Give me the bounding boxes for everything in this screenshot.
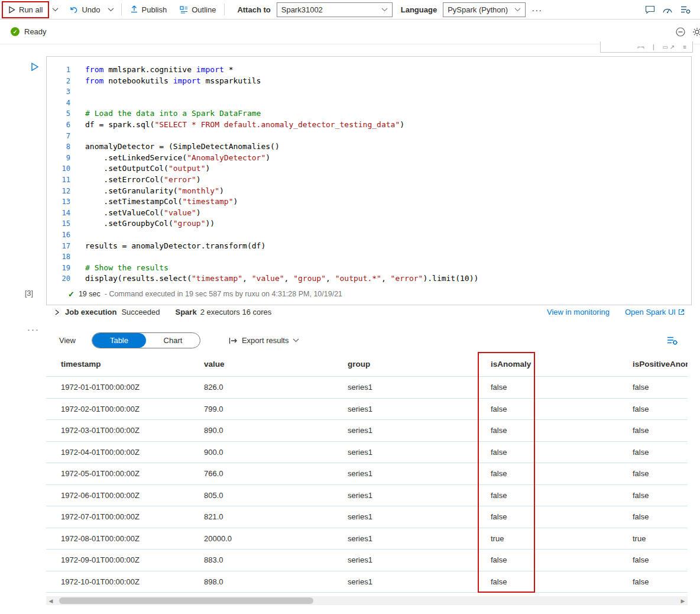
code-line: 1from mmlspark.cognitive import * <box>47 64 691 76</box>
view-in-monitoring-link[interactable]: View in monitoring <box>547 308 610 316</box>
job-links: View in monitoring Open Spark UI <box>547 308 685 316</box>
line-number: 14 <box>47 208 70 219</box>
column-header[interactable]: isAnomaly <box>478 360 535 369</box>
open-spark-ui-label: Open Spark UI <box>625 308 676 316</box>
table-cell: 826.0 <box>188 383 333 392</box>
table-cell: false <box>535 555 688 564</box>
code-text: from mmlspark.cognitive import * <box>70 64 233 76</box>
results-header-row: timestampvaluegroupisAnomalyisPositiveAn… <box>46 352 688 377</box>
settings-gear-icon[interactable] <box>689 26 700 38</box>
table-cell: true <box>535 534 688 543</box>
scrollbar-track[interactable] <box>56 596 678 605</box>
line-number: 1 <box>47 64 70 76</box>
table-cell: 821.0 <box>188 512 333 521</box>
cell-execution-status: ✓ 19 sec - Command executed in 19 sec 58… <box>47 285 691 305</box>
play-icon <box>8 6 15 14</box>
code-line: 16 <box>47 230 691 241</box>
line-number: 16 <box>47 230 70 241</box>
line-number: 13 <box>47 196 70 208</box>
table-cell: 1972-09-01T00:00:00Z <box>46 555 188 564</box>
code-text: anomalyDetector = (SimpleDetectAnomalies… <box>70 141 280 153</box>
notebook-code-cell[interactable]: 1from mmlspark.cognitive import *2from n… <box>46 56 692 305</box>
table-cell: series1 <box>333 577 478 586</box>
table-cell: false <box>535 448 688 457</box>
results-view-row: View Table Chart Export results <box>59 332 685 348</box>
column-header[interactable]: timestamp <box>46 360 188 369</box>
table-cell: series1 <box>333 405 478 413</box>
table-cell: 799.0 <box>188 405 333 413</box>
line-number: 7 <box>47 131 70 142</box>
view-toggle: Table Chart <box>92 332 200 348</box>
results-table: timestampvaluegroupisAnomalyisPositiveAn… <box>46 352 688 593</box>
collapse-output-button[interactable] <box>672 24 689 40</box>
column-header[interactable]: group <box>333 360 478 369</box>
open-spark-ui-link[interactable]: Open Spark UI <box>625 308 685 316</box>
configure-grid-button[interactable] <box>667 336 678 345</box>
toolbar-divider <box>224 4 225 15</box>
publish-label: Publish <box>142 5 167 14</box>
export-results-label: Export results <box>242 336 289 345</box>
export-results-button[interactable]: Export results <box>229 336 299 345</box>
table-cell: false <box>478 426 535 435</box>
attach-to-value: Spark31002 <box>281 5 323 14</box>
code-text: .setLinkedService("AnomalyDetector") <box>70 153 270 164</box>
line-number: 2 <box>47 76 70 87</box>
tab-table[interactable]: Table <box>92 333 146 348</box>
scrollbar-thumb[interactable] <box>59 597 313 604</box>
line-number: 6 <box>47 119 70 131</box>
comments-button[interactable] <box>641 2 659 17</box>
results-body: 1972-01-01T00:00:00Z826.0series1falsefal… <box>46 377 688 593</box>
table-cell: 1972-04-01T00:00:00Z <box>46 448 188 457</box>
run-options-chevron-down-icon[interactable] <box>49 2 61 17</box>
table-row: 1972-01-01T00:00:00Z826.0series1falsefal… <box>46 377 688 399</box>
table-cell: 1972-02-01T00:00:00Z <box>46 405 188 413</box>
scroll-left-arrow-icon[interactable]: ◀ <box>46 596 56 605</box>
tab-chart[interactable]: Chart <box>146 333 200 348</box>
execution-detail: - Command executed in 19 sec 587 ms by r… <box>105 290 342 298</box>
table-cell: series1 <box>333 383 478 392</box>
publish-button[interactable]: Publish <box>126 2 171 17</box>
table-cell: series1 <box>333 448 478 457</box>
table-cell: 1972-10-01T00:00:00Z <box>46 577 188 586</box>
outline-button[interactable]: Outline <box>176 2 220 17</box>
chevron-down-icon <box>381 8 388 12</box>
table-cell: false <box>478 555 535 564</box>
column-header[interactable]: value <box>188 360 333 369</box>
code-line: 18 <box>47 251 691 263</box>
session-config-button[interactable] <box>676 2 694 17</box>
cell-action-icon[interactable]: ▭ ↗ <box>663 44 675 50</box>
cell-more-icon[interactable]: ≡ <box>683 44 686 50</box>
spark-resource-info: Spark 2 executors 16 cores <box>175 308 271 316</box>
table-cell: 1972-07-01T00:00:00Z <box>46 512 188 521</box>
table-cell: false <box>478 469 535 478</box>
table-cell: series1 <box>333 426 478 435</box>
monitoring-gauge-button[interactable] <box>659 2 676 17</box>
horizontal-scrollbar[interactable]: ◀ ▶ <box>46 596 688 605</box>
chevron-right-icon[interactable] <box>53 309 60 316</box>
expand-icon[interactable]: ⌐¬ <box>637 44 644 50</box>
code-text: display(results.select("timestamp", "val… <box>70 273 478 285</box>
comment-icon <box>645 5 655 14</box>
table-row: 1972-09-01T00:00:00Z883.0series1falsefal… <box>46 550 688 571</box>
table-cell: 1972-08-01T00:00:00Z <box>46 534 188 543</box>
scroll-right-arrow-icon[interactable]: ▶ <box>678 596 688 605</box>
code-text: results = anomalyDetector.transform(df) <box>70 241 265 252</box>
export-icon <box>229 337 238 344</box>
column-header[interactable]: isPositiveAnomaly <box>535 360 688 369</box>
undo-options-chevron-down-icon[interactable] <box>105 2 117 17</box>
table-cell: false <box>478 577 535 586</box>
language-dropdown[interactable]: PySpark (Python) <box>443 2 526 17</box>
table-cell: false <box>535 577 688 586</box>
code-line: 15 .setGroupbyCol("group")) <box>47 218 691 230</box>
run-all-button[interactable]: Run all <box>4 2 47 17</box>
table-cell: false <box>478 383 535 392</box>
undo-button[interactable]: Undo <box>65 2 104 17</box>
run-cell-button[interactable] <box>28 60 41 73</box>
code-text: df = spark.sql("SELECT * FROM default.an… <box>70 119 404 131</box>
table-row: 1972-10-01T00:00:00Z898.0series1falsefal… <box>46 571 688 593</box>
table-row: 1972-06-01T00:00:00Z805.0series1falsefal… <box>46 485 688 507</box>
attach-to-dropdown[interactable]: Spark31002 <box>277 2 393 17</box>
more-commands-button[interactable]: ··· <box>526 2 548 17</box>
cell-more-button[interactable]: ··· <box>27 324 40 334</box>
table-cell: 1972-05-01T00:00:00Z <box>46 469 188 478</box>
